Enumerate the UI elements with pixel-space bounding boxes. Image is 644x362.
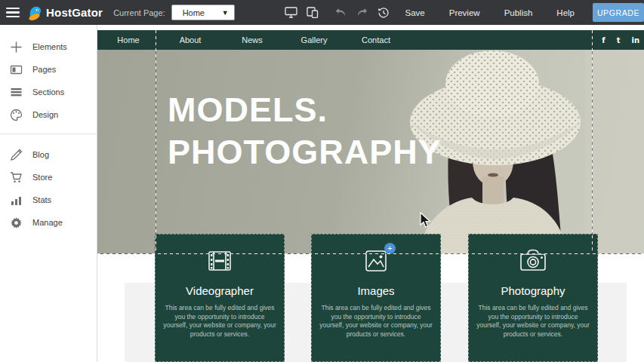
help-button[interactable]: Help	[544, 8, 587, 17]
upgrade-button[interactable]: UPGRADE	[593, 3, 644, 22]
page-select-dropdown[interactable]: Home ▼	[171, 5, 235, 20]
site-preview-canvas: Home About News Gallery Contact f t in	[97, 25, 644, 362]
sidebar-item-stats[interactable]: Stats	[0, 189, 97, 211]
card-body-text[interactable]: This area can be fully edited and gives …	[476, 304, 590, 339]
gear-icon	[10, 216, 23, 229]
mobile-preview-icon[interactable]	[303, 3, 322, 23]
page-select-value: Home	[183, 8, 205, 17]
cart-icon	[10, 171, 23, 184]
card-body-text[interactable]: This area can be fully edited and gives …	[162, 304, 277, 339]
sidebar-item-pages[interactable]: Pages	[0, 58, 97, 81]
site-nav-news[interactable]: News	[221, 35, 283, 44]
page-layout-icon	[10, 63, 23, 76]
sidebar-item-blog[interactable]: Blog	[0, 143, 97, 166]
hostgator-mascot-icon	[27, 5, 43, 21]
redo-icon[interactable]	[353, 3, 372, 23]
publish-button[interactable]: Publish	[492, 8, 545, 17]
palette-icon	[10, 109, 23, 121]
logo-text: HostGator	[46, 6, 103, 19]
sidebar-item-manage[interactable]: Manage	[0, 211, 97, 234]
image-icon: +	[362, 248, 390, 274]
section-boundary-guide	[97, 253, 644, 254]
sidebar-divider	[0, 133, 97, 134]
site-nav-about[interactable]: About	[159, 35, 221, 44]
app-toolbar: HostGator Current Page: Home ▼ Save	[0, 0, 644, 25]
camera-icon	[519, 248, 547, 274]
sidebar-item-sections[interactable]: Sections	[0, 81, 97, 103]
site-nav-contact[interactable]: Contact	[345, 35, 407, 44]
preview-button[interactable]: Preview	[437, 8, 492, 17]
mouse-cursor	[420, 212, 433, 229]
site-nav-gallery[interactable]: Gallery	[283, 35, 345, 44]
card-title[interactable]: Images	[357, 284, 394, 297]
site-navbar: Home About News Gallery Contact f t in	[97, 30, 644, 50]
current-page-label: Current Page:	[113, 8, 165, 17]
card-title[interactable]: Videographer	[186, 284, 254, 297]
film-strip-icon	[206, 248, 233, 274]
sidebar-item-store[interactable]: Store	[0, 166, 97, 189]
twitter-icon[interactable]: t	[617, 36, 621, 44]
add-image-button[interactable]: +	[384, 243, 396, 254]
builder-sidebar: Elements Pages Sections Design Blog Stor…	[0, 25, 97, 362]
content-left-guide	[156, 30, 156, 253]
bar-chart-icon	[10, 194, 23, 207]
sidebar-item-design[interactable]: Design	[0, 103, 97, 126]
linkedin-icon[interactable]: in	[631, 36, 639, 44]
history-icon[interactable]	[374, 3, 393, 23]
sidebar-item-elements[interactable]: Elements	[0, 35, 97, 58]
hostgator-logo: HostGator	[27, 5, 103, 21]
facebook-icon[interactable]: f	[602, 36, 605, 44]
hamburger-menu-icon[interactable]	[0, 0, 26, 25]
plus-icon	[10, 41, 23, 54]
pencil-icon	[10, 149, 23, 161]
hero-section[interactable]: MODELS. PHOTOGRAPHY	[97, 50, 644, 254]
hero-model-photo	[408, 50, 644, 254]
site-nav-home[interactable]: Home	[97, 35, 159, 44]
undo-icon[interactable]	[331, 3, 351, 23]
content-right-guide	[592, 30, 593, 253]
hero-title[interactable]: MODELS. PHOTOGRAPHY	[168, 89, 442, 173]
save-button[interactable]: Save	[393, 8, 437, 17]
card-title[interactable]: Photography	[501, 284, 565, 297]
sections-stack-icon	[10, 86, 23, 99]
chevron-down-icon: ▼	[222, 9, 229, 17]
desktop-preview-icon[interactable]	[282, 3, 301, 23]
card-body-text[interactable]: This area can be fully edited and gives …	[319, 304, 433, 339]
